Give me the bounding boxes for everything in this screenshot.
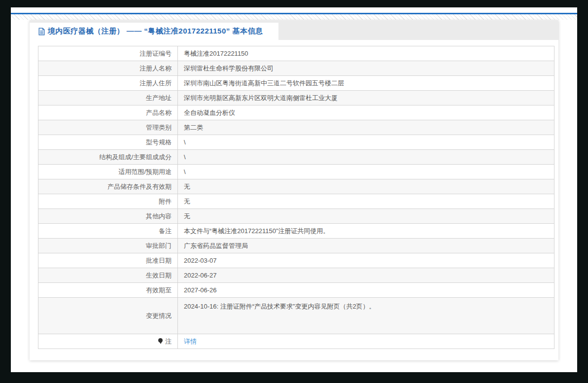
table-row: 附件无 [38, 194, 554, 209]
table-row: 审批部门广东省药品监督管理局 [38, 239, 554, 253]
row-value: 本文件与“粤械注准20172221150”注册证共同使用。 [178, 224, 554, 239]
row-label: 附件 [38, 194, 178, 209]
row-value: 2024-10-16: 注册证附件“产品技术要求”变更内容见附页（共2页）。 [178, 298, 554, 334]
row-label: 产品储存条件及有效期 [38, 179, 178, 194]
row-label: 注册人名称 [38, 61, 178, 76]
row-label: 批准日期 [38, 253, 178, 268]
table-row: 产品储存条件及有效期无 [38, 179, 554, 194]
table-row: 变更情况2024-10-16: 注册证附件“产品技术要求”变更内容见附页（共2页… [38, 298, 554, 334]
page-title: 境内医疗器械（注册） —— “粤械注准20172221150” 基本信息 [48, 27, 263, 36]
table-row: 备注本文件与“粤械注准20172221150”注册证共同使用。 [38, 224, 554, 239]
row-label: 备注 [38, 224, 178, 239]
table-row: 其他内容无 [38, 209, 554, 224]
card-header: 境内医疗器械（注册） —— “粤械注准20172221150” 基本信息 [30, 20, 558, 40]
table-row: 结构及组成/主要组成成分\ [38, 150, 554, 165]
table-row: 产品名称全自动凝血分析仪 [38, 105, 554, 120]
row-value: 2027-06-26 [178, 283, 554, 298]
document-icon [38, 28, 45, 35]
table-row: 注册人住所深圳市南山区粤海街道高新中三道二号软件园五号楼二层 [38, 76, 554, 91]
page: 境内医疗器械（注册） —— “粤械注准20172221150” 基本信息 注册证… [11, 7, 577, 372]
row-label: 生效日期 [38, 268, 178, 283]
table-row: 生效日期2022-06-27 [38, 268, 554, 283]
row-value: 2022-03-07 [178, 253, 554, 268]
table-row: 注详情 [38, 334, 554, 349]
row-value: \ [178, 165, 554, 179]
row-value: 无 [178, 209, 554, 224]
row-label: 管理类别 [38, 120, 178, 135]
row-value: \ [178, 150, 554, 165]
table-row: 注册证编号粤械注准20172221150 [38, 46, 554, 61]
row-label: 注册人住所 [38, 76, 178, 91]
row-value: 深圳市南山区粤海街道高新中三道二号软件园五号楼二层 [178, 76, 554, 91]
row-label: 结构及组成/主要组成成分 [38, 150, 178, 165]
table-row: 有效期至2027-06-26 [38, 283, 554, 298]
info-table-body: 注册证编号粤械注准20172221150注册人名称深圳雷杜生命科学股份有限公司注… [38, 46, 554, 349]
row-value: 无 [178, 179, 554, 194]
info-card: 境内医疗器械（注册） —— “粤械注准20172221150” 基本信息 注册证… [30, 20, 558, 360]
info-table: 注册证编号粤械注准20172221150注册人名称深圳雷杜生命科学股份有限公司注… [38, 46, 554, 349]
row-label: 注册证编号 [38, 46, 178, 61]
table-row: 批准日期2022-03-07 [38, 253, 554, 268]
detail-link[interactable]: 详情 [184, 338, 197, 345]
row-value: 详情 [178, 334, 554, 349]
row-value: 全自动凝血分析仪 [178, 105, 554, 120]
row-label: 变更情况 [38, 298, 178, 334]
row-value: 深圳市光明新区高新东片区双明大道南侧雷杜工业大厦 [178, 91, 554, 105]
note-balloon-icon [158, 338, 164, 345]
row-value: 无 [178, 194, 554, 209]
row-value: 深圳雷杜生命科学股份有限公司 [178, 61, 554, 76]
table-row: 注册人名称深圳雷杜生命科学股份有限公司 [38, 61, 554, 76]
row-value: \ [178, 135, 554, 150]
table-row: 生产地址深圳市光明新区高新东片区双明大道南侧雷杜工业大厦 [38, 91, 554, 105]
title-tab: 境内医疗器械（注册） —— “粤械注准20172221150” 基本信息 [30, 23, 278, 40]
row-value: 2022-06-27 [178, 268, 554, 283]
hatch-band [11, 14, 577, 20]
row-value: 第二类 [178, 120, 554, 135]
row-value: 广东省药品监督管理局 [178, 239, 554, 253]
table-row: 管理类别第二类 [38, 120, 554, 135]
row-label: 有效期至 [38, 283, 178, 298]
row-value: 粤械注准20172221150 [178, 46, 554, 61]
row-label: 产品名称 [38, 105, 178, 120]
row-label: 适用范围/预期用途 [38, 165, 178, 179]
row-label: 注 [38, 334, 178, 349]
row-label: 生产地址 [38, 91, 178, 105]
table-row: 型号规格\ [38, 135, 554, 150]
row-label: 型号规格 [38, 135, 178, 150]
row-label: 审批部门 [38, 239, 178, 253]
table-row: 适用范围/预期用途\ [38, 165, 554, 179]
row-label: 其他内容 [38, 209, 178, 224]
